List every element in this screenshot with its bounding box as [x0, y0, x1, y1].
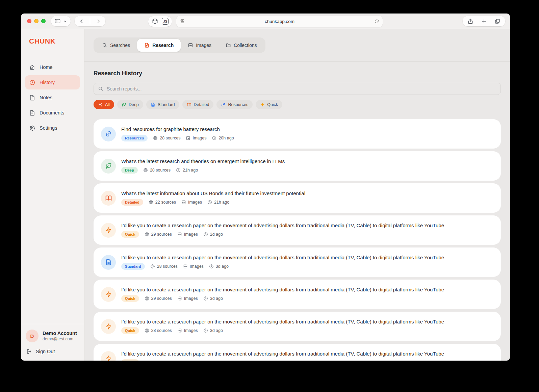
report-type-badge: Quick: [121, 295, 139, 302]
report-card[interactable]: I’d like you to create a research paper …: [94, 312, 501, 341]
report-sources: 29 sources: [145, 232, 172, 237]
document-icon: [29, 110, 35, 116]
filter-standard[interactable]: Standard: [146, 100, 179, 109]
minimize-window-button[interactable]: [34, 19, 38, 23]
file-icon: [151, 102, 155, 107]
filter-detailed[interactable]: Detailed: [182, 100, 214, 109]
clock-icon: [203, 296, 208, 301]
new-tab-icon[interactable]: [481, 18, 487, 24]
filter-resources[interactable]: Resources: [216, 100, 253, 109]
report-time: 3d ago: [203, 296, 223, 301]
clock-icon: [203, 232, 208, 237]
tab-research[interactable]: Research: [137, 39, 181, 52]
address-bar[interactable]: chunkapp.com: [176, 16, 383, 27]
sidebar-item-label: Notes: [40, 95, 52, 100]
reload-icon[interactable]: [374, 19, 379, 24]
report-card[interactable]: I’d like you to create a research paper …: [94, 247, 501, 277]
sign-out-icon: [26, 348, 32, 355]
close-window-button[interactable]: [27, 19, 31, 23]
bolt-icon: [105, 291, 112, 298]
note-icon: [29, 95, 35, 101]
sidebar-item-documents[interactable]: Documents: [25, 106, 80, 120]
photo-icon: [181, 200, 186, 205]
search-icon: [98, 86, 103, 92]
meta-images: Images: [177, 232, 198, 237]
filter-chips: All Deep Standard Detailed: [94, 100, 501, 109]
photo-icon: [186, 136, 190, 140]
report-type-badge: Standard: [121, 263, 145, 270]
clock-icon: [207, 200, 212, 205]
search-reports-field[interactable]: [94, 83, 501, 95]
filter-all[interactable]: All: [94, 100, 114, 109]
report-meta: Quick 28 sources Images 3d ago: [121, 327, 444, 334]
sign-out-button[interactable]: Sign Out: [21, 344, 84, 361]
file-icon: [105, 259, 112, 266]
globe-icon: [150, 264, 155, 269]
report-time: 2d ago: [203, 232, 223, 237]
report-type-badge: Quick: [121, 327, 139, 334]
report-meta: Quick 29 sources Images 3d ago: [121, 295, 444, 302]
bolt-icon: [105, 355, 112, 361]
sidebar-item-history[interactable]: History: [25, 75, 80, 89]
sidebar-nav: Home History Notes Documents Settings: [21, 60, 84, 135]
report-card[interactable]: Find resources for graphite battery rese…: [94, 119, 501, 149]
meta-images: Images: [186, 136, 206, 140]
sparkles-icon: [98, 102, 103, 107]
tab-overview-icon[interactable]: [494, 18, 500, 24]
report-type-badge: Quick: [121, 359, 139, 361]
app-sidebar: CHUNK Home History Notes Documents: [21, 29, 84, 361]
tab-label: Searches: [110, 43, 130, 48]
section-tabs-band: Searches Research Images Collections: [84, 29, 510, 62]
zoom-window-button[interactable]: [41, 19, 46, 23]
bolt-icon: [105, 227, 112, 234]
sidebar-item-label: Documents: [40, 110, 64, 115]
report-card[interactable]: I’d like you to create a research paper …: [94, 344, 501, 361]
report-card[interactable]: I’d like you to create a research paper …: [94, 215, 501, 245]
report-sources: 28 sources: [153, 136, 180, 140]
share-icon[interactable]: [467, 18, 473, 24]
forward-button[interactable]: [96, 18, 101, 24]
tab-searches[interactable]: Searches: [95, 39, 137, 52]
report-title: I’d like you to create a research paper …: [121, 223, 444, 228]
folder-icon: [226, 43, 231, 48]
filter-deep[interactable]: Deep: [117, 100, 143, 109]
report-title: I’d like you to create a research paper …: [121, 351, 444, 357]
sidebar-item-label: Settings: [40, 125, 57, 131]
tab-collections[interactable]: Collections: [219, 39, 264, 52]
report-time: 3d ago: [209, 264, 229, 269]
link-icon: [221, 102, 226, 107]
report-card[interactable]: What’s the latest information about US B…: [94, 183, 501, 213]
gear-icon: [29, 125, 35, 131]
report-type-badge: Quick: [121, 231, 139, 238]
report-title: Find resources for graphite battery rese…: [121, 126, 234, 132]
extensions-group: JS: [148, 16, 172, 27]
search-reports-input[interactable]: [107, 86, 496, 92]
clock-icon: [209, 264, 214, 269]
search-icon: [102, 43, 107, 48]
report-sources: 29 sources: [145, 296, 172, 301]
js-extension-icon[interactable]: JS: [162, 18, 169, 25]
filter-label: All: [105, 102, 110, 107]
report-card[interactable]: I’d like you to create a research paper …: [94, 280, 501, 309]
sidebar-toggle-group[interactable]: [51, 16, 71, 26]
back-button[interactable]: [79, 18, 84, 24]
tab-label: Images: [196, 43, 211, 48]
sidebar-item-settings[interactable]: Settings: [25, 121, 80, 135]
filter-label: Resources: [228, 102, 248, 107]
extension-cube-icon[interactable]: [152, 18, 158, 25]
sidebar-item-home[interactable]: Home: [25, 60, 80, 74]
main-panel: Searches Research Images Collections: [84, 29, 510, 361]
report-card[interactable]: What’s the latest research and theories …: [94, 151, 501, 181]
toolbar-right-group: [463, 16, 505, 26]
filter-quick[interactable]: Quick: [256, 100, 282, 109]
report-type-badge: Resources: [121, 135, 148, 141]
globe-icon: [143, 168, 148, 173]
traffic-lights: [27, 19, 46, 23]
tab-images[interactable]: Images: [181, 39, 219, 52]
photo-icon: [183, 264, 188, 269]
globe-icon: [145, 232, 149, 237]
filter-label: Standard: [158, 102, 175, 107]
clock-icon: [212, 136, 216, 140]
sidebar-item-notes[interactable]: Notes: [25, 90, 80, 105]
reader-icon[interactable]: [180, 19, 185, 24]
